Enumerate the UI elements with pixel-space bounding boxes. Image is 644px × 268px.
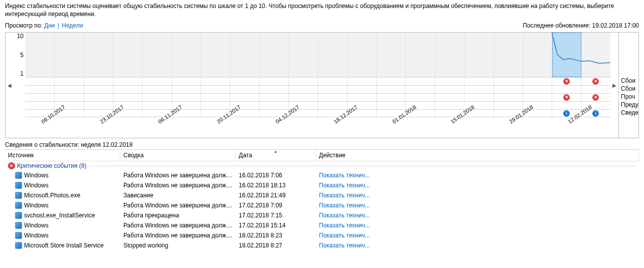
summary-text: Работа прекращена	[120, 211, 236, 220]
app-icon	[15, 242, 22, 249]
events-table: Источник Сводка Дата ▲ Действие ✕ Критич…	[5, 149, 639, 250]
source-text: svchost.exe_InstallService	[24, 212, 95, 219]
source-text: Windows	[24, 232, 49, 239]
details-title: Сведения о стабильности: неделя 12.02.20…	[0, 138, 644, 149]
source-text: Windows	[24, 182, 49, 189]
row-legend: Сбои Сбои Проч Преду Сведе	[618, 33, 638, 138]
date-text: 18.02.2018 8:23	[236, 231, 316, 240]
summary-text: Stopped working	[120, 241, 236, 250]
last-update-value: 19.02.2018 17:00	[592, 22, 639, 29]
group-label: Критические события	[17, 162, 77, 169]
date-axis: 09.10.201723.10.201706.11.201720.11.2017…	[26, 118, 610, 138]
column-header-summary[interactable]: Сводка	[120, 150, 236, 161]
app-icon	[15, 192, 22, 199]
app-icon	[15, 182, 22, 189]
source-text: Windows	[24, 172, 49, 179]
info-icon: i	[563, 110, 570, 117]
group-divider	[89, 166, 636, 166]
app-icon	[15, 202, 22, 209]
summary-text: Работа Windows не завершена должн...	[120, 171, 236, 180]
legend-item: Сбои	[619, 77, 638, 85]
legend-item: Преду	[619, 101, 638, 109]
view-by-label: Просмотр по:	[5, 22, 43, 29]
summary-text: Работа Windows не завершена должн...	[120, 181, 236, 190]
date-text: 17.02.2018 15:14	[236, 221, 316, 230]
y-axis: 10 5 1	[14, 33, 26, 77]
action-link[interactable]: Показать технич...	[319, 232, 370, 239]
source-text: Microsoft Store Install Service	[24, 242, 104, 249]
source-text: Windows	[24, 222, 49, 229]
action-link[interactable]: Показать технич...	[319, 202, 370, 209]
app-icon	[15, 222, 22, 229]
table-row[interactable]: Microsoft.Photos.exeЗависание16.02.2018 …	[5, 190, 639, 200]
action-link[interactable]: Показать технич...	[319, 192, 370, 199]
table-row[interactable]: Microsoft Store Install ServiceStopped w…	[5, 240, 639, 250]
date-text: 18.02.2018 8:27	[236, 241, 316, 250]
group-header-critical[interactable]: ✕ Критические события (8)	[5, 161, 639, 170]
last-update-block: Последнее обновление: 19.02.2018 17:00	[523, 22, 639, 29]
table-row[interactable]: WindowsРабота Windows не завершена должн…	[5, 170, 639, 180]
intro-text: Индекс стабильности системы оценивает об…	[0, 0, 644, 21]
error-icon: ✕	[8, 162, 15, 169]
date-text: 17.02.2018 7:15	[236, 211, 316, 220]
action-link[interactable]: Показать технич...	[319, 212, 370, 219]
action-link[interactable]: Показать технич...	[319, 222, 370, 229]
table-row[interactable]: WindowsРабота Windows не завершена должн…	[5, 180, 639, 190]
date-text: 16.02.2018 21:49	[236, 191, 316, 200]
date-text: 16.02.2018 18:13	[236, 181, 316, 190]
column-header-date[interactable]: Дата ▲	[236, 150, 316, 161]
action-link[interactable]: Показать технич...	[319, 172, 370, 179]
reliability-chart: ◀ 10 5 1 ✕✕✕✕ii 09.10.201723.10.201706.1…	[5, 32, 639, 138]
table-header: Источник Сводка Дата ▲ Действие	[5, 150, 639, 161]
y-tick: 5	[20, 52, 24, 59]
view-days-link[interactable]: Дни	[44, 22, 55, 29]
summary-text: Работа Windows не завершена должн...	[120, 231, 236, 240]
info-icon: i	[592, 110, 599, 117]
summary-text: Работа Windows не завершена должн...	[120, 201, 236, 210]
view-by-block: Просмотр по: Дни | Недели	[5, 22, 83, 29]
legend-item: Сбои	[619, 85, 638, 93]
action-link[interactable]: Показать технич...	[319, 242, 370, 249]
app-icon	[15, 232, 22, 239]
date-text: 17.02.2018 7:09	[236, 201, 316, 210]
legend-item: Сведе	[619, 109, 638, 117]
source-text: Windows	[24, 202, 49, 209]
table-row[interactable]: WindowsРабота Windows не завершена должн…	[5, 220, 639, 230]
app-icon	[15, 172, 22, 179]
view-weeks-link[interactable]: Недели	[62, 22, 83, 29]
error-icon: ✕	[563, 94, 570, 101]
y-tick: 10	[17, 33, 24, 40]
table-row[interactable]: WindowsРабота Windows не завершена должн…	[5, 200, 639, 210]
summary-text: Зависание	[120, 191, 236, 200]
action-link[interactable]: Показать технич...	[319, 182, 370, 189]
column-header-source[interactable]: Источник	[5, 150, 120, 161]
table-row[interactable]: WindowsРабота Windows не завершена должн…	[5, 230, 639, 240]
legend-item: Проч	[619, 93, 638, 101]
summary-text: Работа Windows не завершена должн...	[120, 221, 236, 230]
sort-ascending-icon: ▲	[274, 149, 278, 154]
error-icon: ✕	[563, 78, 570, 85]
date-text: 16.02.2018 7:06	[236, 171, 316, 180]
scroll-left-button[interactable]: ◀	[6, 33, 14, 138]
table-row[interactable]: svchost.exe_InstallServiceРабота прекращ…	[5, 210, 639, 220]
error-icon: ✕	[592, 78, 599, 85]
group-count: (8)	[79, 162, 87, 169]
y-tick: 1	[20, 70, 24, 77]
last-update-label: Последнее обновление:	[523, 22, 590, 29]
column-header-action[interactable]: Действие	[316, 150, 639, 161]
app-icon	[15, 212, 22, 219]
source-text: Microsoft.Photos.exe	[24, 192, 80, 199]
scroll-right-button[interactable]: ▶	[610, 33, 618, 138]
view-separator: |	[58, 22, 59, 29]
error-icon: ✕	[592, 94, 599, 101]
